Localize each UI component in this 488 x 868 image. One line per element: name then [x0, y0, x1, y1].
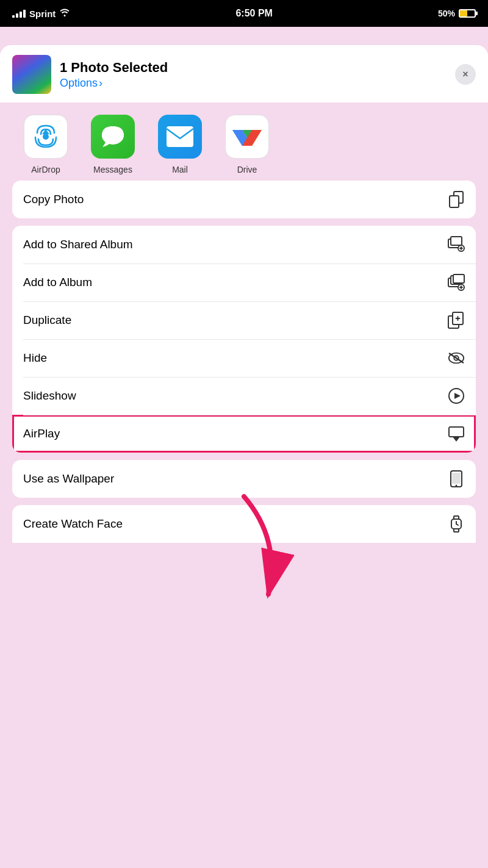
duplicate-item[interactable]: Duplicate: [12, 301, 476, 339]
drive-label: Drive: [237, 165, 257, 174]
wifi-icon: [59, 8, 70, 19]
add-shared-album-item[interactable]: Add to Shared Album: [12, 226, 476, 264]
airplay-icon: [448, 425, 465, 442]
status-right: 50%: [438, 9, 476, 18]
actions-container: Copy Photo Add to Shared Album: [0, 181, 488, 498]
svg-rect-31: [454, 516, 459, 519]
create-watch-face-label: Create Watch Face: [23, 517, 123, 531]
action-group-1: Copy Photo: [12, 181, 476, 218]
airplay-label: AirPlay: [23, 427, 60, 440]
copy-photo-icon: [448, 191, 465, 208]
slideshow-item[interactable]: Slideshow: [12, 377, 476, 415]
svg-line-22: [450, 354, 463, 363]
duplicate-icon: [448, 312, 465, 329]
drive-icon: [225, 115, 269, 159]
mail-share-item[interactable]: Mail: [146, 115, 214, 174]
action-group-2: Add to Shared Album Add to Album: [12, 226, 476, 453]
carrier-label: Sprint: [29, 9, 56, 19]
add-shared-album-label: Add to Shared Album: [23, 238, 133, 251]
duplicate-label: Duplicate: [23, 314, 71, 327]
svg-rect-25: [449, 427, 464, 437]
wallpaper-icon: [448, 470, 465, 487]
create-watch-face-item[interactable]: Create Watch Face: [12, 505, 476, 543]
airdrop-icon: [24, 115, 68, 159]
messages-label: Messages: [93, 165, 132, 174]
hide-icon: [448, 350, 465, 367]
svg-marker-24: [454, 393, 461, 399]
svg-rect-6: [451, 237, 462, 245]
photo-count-title: 1 Photo Selected: [60, 60, 447, 76]
hide-label: Hide: [23, 351, 47, 365]
svg-rect-32: [454, 529, 459, 532]
svg-rect-12: [453, 274, 464, 283]
action-group-3: Use as Wallpaper: [12, 460, 476, 498]
time-display: 6:50 PM: [235, 8, 272, 19]
svg-point-29: [456, 485, 458, 487]
add-shared-album-icon: [448, 236, 465, 253]
mail-label: Mail: [172, 165, 188, 174]
add-album-label: Add to Album: [23, 276, 92, 289]
hide-item[interactable]: Hide: [12, 339, 476, 377]
svg-rect-28: [452, 473, 461, 484]
drive-share-item[interactable]: Drive: [214, 115, 281, 174]
wallpaper-item[interactable]: Use as Wallpaper: [12, 460, 476, 498]
close-button[interactable]: ×: [455, 64, 476, 85]
wallpaper-label: Use as Wallpaper: [23, 472, 114, 486]
battery-icon: [459, 9, 476, 18]
mail-icon: [158, 115, 202, 159]
status-left: Sprint: [12, 8, 70, 19]
airdrop-share-item[interactable]: AirDrop: [12, 115, 79, 174]
battery-percent: 50%: [438, 9, 455, 18]
svg-rect-2: [167, 126, 193, 147]
slideshow-icon: [448, 387, 465, 404]
airdrop-label: AirDrop: [31, 165, 60, 174]
messages-icon: [91, 115, 135, 159]
share-app-row: AirDrop Messages: [0, 102, 488, 181]
add-album-item[interactable]: Add to Album: [12, 264, 476, 301]
album-art-thumbnail: [12, 55, 51, 94]
signal-bars: [12, 10, 26, 18]
airplay-item[interactable]: AirPlay: [12, 415, 476, 453]
svg-line-34: [456, 524, 458, 525]
svg-marker-26: [453, 437, 460, 442]
share-sheet-header: 1 Photo Selected Options › ×: [0, 45, 488, 102]
status-bar: Sprint 6:50 PM 50%: [0, 0, 488, 27]
add-album-icon: [448, 274, 465, 291]
svg-rect-4: [450, 196, 459, 207]
watch-icon: [448, 515, 465, 533]
copy-photo-label: Copy Photo: [23, 193, 84, 206]
header-text: 1 Photo Selected Options ›: [60, 60, 447, 90]
messages-share-item[interactable]: Messages: [79, 115, 146, 174]
copy-photo-item[interactable]: Copy Photo: [12, 181, 476, 218]
options-button[interactable]: Options ›: [60, 77, 447, 90]
slideshow-label: Slideshow: [23, 389, 76, 403]
